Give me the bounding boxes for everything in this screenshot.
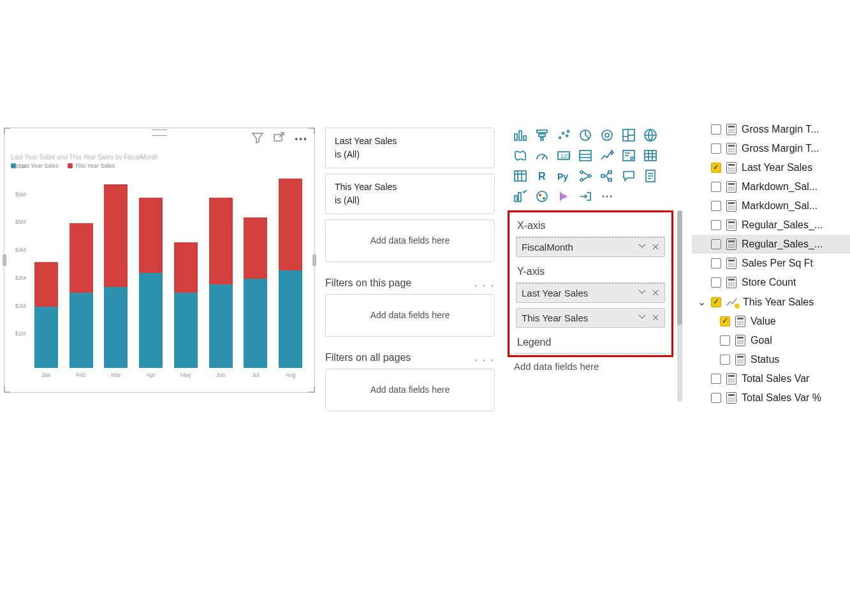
chevron-down-icon[interactable] xyxy=(638,242,647,253)
filter-state: is (All) xyxy=(335,148,485,161)
chevron-down-icon[interactable]: ⌄ xyxy=(697,296,706,308)
svg-point-7 xyxy=(559,137,561,139)
svg-point-12 xyxy=(602,130,612,140)
field-row[interactable]: Status xyxy=(692,350,850,369)
field-row[interactable]: Regular_Sales_... xyxy=(692,235,850,254)
field-checkbox[interactable] xyxy=(720,355,730,365)
filter-icon[interactable] xyxy=(251,132,264,145)
filters-page-heading: Filters on this page xyxy=(325,277,411,289)
svg-text:Py: Py xyxy=(557,172,568,182)
drag-grip[interactable] xyxy=(152,129,167,136)
filter-name: Last Year Sales xyxy=(335,135,485,148)
resize-corner-tl[interactable] xyxy=(4,128,10,134)
filters-all-more-icon[interactable]: . . . xyxy=(474,352,495,363)
viz-kpi-icon[interactable] xyxy=(599,148,615,163)
viz-card-icon[interactable]: 123 xyxy=(556,148,571,163)
field-checkbox[interactable] xyxy=(711,374,721,384)
field-checkbox[interactable] xyxy=(711,277,721,288)
field-checkbox[interactable] xyxy=(711,239,721,249)
field-checkbox[interactable] xyxy=(711,258,721,268)
well-item-fiscalmonth[interactable]: FiscalMonth xyxy=(516,237,665,257)
filter-card[interactable]: This Year Sales is (All) xyxy=(325,173,495,214)
field-checkbox[interactable] xyxy=(711,143,721,154)
svg-rect-32 xyxy=(515,196,517,202)
viz-donut-icon[interactable] xyxy=(599,128,615,143)
field-row[interactable]: Gross Margin T... xyxy=(692,139,850,158)
viz-table-icon[interactable] xyxy=(643,148,658,163)
field-row[interactable]: Regular_Sales_... xyxy=(692,216,850,235)
wells-scrollbar[interactable] xyxy=(677,210,682,402)
viz-arcgis-icon[interactable] xyxy=(534,189,550,204)
field-checkbox[interactable] xyxy=(711,182,721,192)
legend-dropzone[interactable]: Add data fields here xyxy=(508,357,673,376)
viz-r-visual-icon[interactable]: R xyxy=(534,168,550,184)
filter-card[interactable]: Last Year Sales is (All) xyxy=(325,128,495,168)
remove-icon[interactable] xyxy=(652,312,659,323)
svg-point-34 xyxy=(537,191,547,202)
field-row[interactable]: Value xyxy=(692,312,850,331)
field-row[interactable]: Gross Margin T... xyxy=(692,120,850,139)
svg-point-9 xyxy=(566,135,568,137)
focus-mode-icon[interactable] xyxy=(273,132,286,145)
resize-handle-right[interactable] xyxy=(312,254,316,266)
field-checkbox[interactable] xyxy=(720,316,730,326)
viz-matrix-icon[interactable] xyxy=(513,168,528,184)
viz-automate-icon[interactable] xyxy=(578,189,593,204)
field-row[interactable]: Store Count xyxy=(692,273,850,292)
viz-paginated-icon[interactable] xyxy=(643,168,658,184)
well-item-lastyearsales[interactable]: Last Year Sales xyxy=(516,283,665,303)
field-row[interactable]: Last Year Sales xyxy=(692,158,850,177)
field-label: Gross Margin T... xyxy=(742,143,819,154)
well-xaxis-label: X-axis xyxy=(513,216,668,237)
chevron-down-icon[interactable] xyxy=(638,312,647,323)
viz-py-visual-icon[interactable]: Py xyxy=(556,168,571,184)
viz-pie-icon[interactable] xyxy=(578,128,593,143)
svg-point-8 xyxy=(562,133,564,135)
resize-corner-br[interactable] xyxy=(309,386,315,393)
viz-qna-icon[interactable] xyxy=(621,168,636,184)
viz-funnel-icon[interactable] xyxy=(534,128,550,143)
filters-page-more-icon[interactable]: . . . xyxy=(474,277,495,289)
viz-scatter-icon[interactable] xyxy=(556,128,571,143)
field-checkbox[interactable] xyxy=(720,335,730,346)
field-row[interactable]: Sales Per Sq Ft xyxy=(692,254,850,273)
viz-slicer-icon[interactable] xyxy=(621,148,636,163)
field-checkbox[interactable] xyxy=(711,297,721,307)
filter-dropzone[interactable]: Add data fields here xyxy=(325,369,495,411)
filter-dropzone[interactable]: Add data fields here xyxy=(325,294,495,337)
visual-more-icon[interactable]: ••• xyxy=(295,134,308,144)
viz-treemap-icon[interactable] xyxy=(621,128,636,143)
filter-dropzone[interactable]: Add data fields here xyxy=(325,219,495,262)
viz-filled-map-icon[interactable] xyxy=(513,148,528,163)
chevron-down-icon[interactable] xyxy=(638,288,647,298)
field-checkbox[interactable] xyxy=(711,220,721,230)
field-row[interactable]: ⌄This Year Sales xyxy=(692,292,850,312)
svg-rect-30 xyxy=(608,179,612,181)
viz-multirow-card-icon[interactable] xyxy=(578,148,593,163)
resize-corner-tr[interactable] xyxy=(309,128,315,134)
field-row[interactable]: Markdown_Sal... xyxy=(692,177,850,196)
remove-icon[interactable] xyxy=(652,242,659,253)
viz-smart-narrative-icon[interactable] xyxy=(513,189,528,204)
remove-icon[interactable] xyxy=(652,288,659,298)
resize-corner-bl[interactable] xyxy=(4,386,10,393)
viz-gauge-icon[interactable] xyxy=(534,148,550,163)
viz-clustered-column-icon[interactable] xyxy=(513,128,528,143)
field-row[interactable]: Goal xyxy=(692,331,850,350)
viz-key-influencers-icon[interactable] xyxy=(578,168,593,184)
resize-handle-left[interactable] xyxy=(3,254,6,266)
viz-decomposition-icon[interactable] xyxy=(599,168,615,184)
field-row[interactable]: Total Sales Var % xyxy=(692,388,850,407)
chart-visual[interactable]: ••• Last Year Sales and This Year Sales … xyxy=(4,128,315,393)
field-row[interactable]: Markdown_Sal... xyxy=(692,196,850,216)
svg-point-25 xyxy=(580,171,583,173)
field-checkbox[interactable] xyxy=(711,393,721,403)
field-checkbox[interactable] xyxy=(711,163,721,173)
field-checkbox[interactable] xyxy=(711,124,721,135)
field-checkbox[interactable] xyxy=(711,201,721,211)
viz-more-icon[interactable] xyxy=(599,189,615,204)
field-row[interactable]: Total Sales Var xyxy=(692,369,850,388)
viz-powerapps-icon[interactable] xyxy=(556,189,571,204)
well-item-thisyearsales[interactable]: This Year Sales xyxy=(516,308,665,328)
viz-map-icon[interactable] xyxy=(643,128,658,143)
